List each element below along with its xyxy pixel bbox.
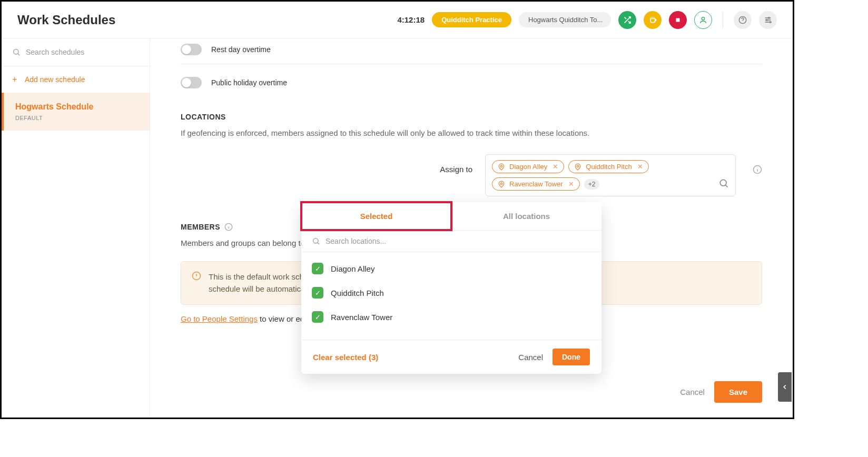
tab-all-locations[interactable]: All locations: [451, 202, 601, 230]
settings-button[interactable]: [759, 11, 777, 29]
checkbox-checked-icon[interactable]: ✓: [312, 287, 323, 299]
chip-remove-icon[interactable]: ✕: [553, 163, 558, 171]
location-icon: [498, 181, 505, 188]
checkbox-checked-icon[interactable]: ✓: [312, 311, 323, 323]
assign-row: Assign to Diagon Alley ✕ Quidditch Pitch…: [181, 154, 762, 196]
stop-button[interactable]: [669, 11, 687, 29]
plus-icon: +: [12, 75, 19, 84]
header-right: 4:12:18 Quidditch Practice Hogwarts Quid…: [397, 11, 777, 29]
header: Work Schedules 4:12:18 Quidditch Practic…: [2, 2, 793, 38]
svg-point-9: [500, 183, 502, 185]
checkbox-checked-icon[interactable]: ✓: [312, 263, 323, 274]
search-icon: [312, 237, 320, 245]
sidebar: Search schedules + Add new schedule Hogw…: [2, 38, 150, 418]
banner-text: This is the default work sched schedule …: [209, 271, 313, 295]
list-item[interactable]: ✓ Diagon Alley: [309, 256, 594, 281]
side-collapse-tab[interactable]: [778, 372, 792, 402]
coffee-icon: [648, 16, 657, 24]
add-schedule-link[interactable]: + Add new schedule: [2, 66, 150, 93]
svg-point-3: [768, 17, 770, 18]
tab-selected[interactable]: Selected: [301, 202, 451, 230]
main: Rest day overtime Public holiday overtim…: [150, 38, 793, 418]
svg-point-4: [766, 19, 768, 21]
location-icon: [498, 163, 505, 171]
help-button[interactable]: [734, 11, 752, 29]
sidebar-item-hogwarts[interactable]: Hogwarts Schedule DEFAULT: [2, 93, 150, 131]
svg-point-7: [500, 165, 502, 167]
clear-selected-button[interactable]: Clear selected (3): [313, 353, 378, 362]
svg-point-6: [14, 49, 18, 54]
toggle-rest-day[interactable]: [181, 44, 202, 55]
dropdown-list: ✓ Diagon Alley ✓ Quidditch Pitch ✓ Raven…: [301, 252, 601, 340]
coffee-button[interactable]: [644, 11, 662, 29]
user-button[interactable]: [694, 11, 712, 29]
list-item[interactable]: ✓ Quidditch Pitch: [309, 281, 594, 305]
stop-icon: [675, 17, 681, 23]
svg-point-14: [313, 239, 318, 243]
alert-icon: [192, 271, 201, 295]
cancel-button[interactable]: Cancel: [680, 388, 705, 396]
assign-label: Assign to: [430, 154, 472, 174]
add-schedule-label: Add new schedule: [25, 75, 85, 84]
shuffle-button[interactable]: [618, 11, 636, 29]
user-icon: [699, 16, 707, 24]
toggle-public-holiday-label: Public holiday overtime: [211, 78, 287, 87]
people-settings-link[interactable]: Go to People Settings: [181, 314, 258, 323]
members-heading: MEMBERS: [181, 223, 220, 231]
divider: [723, 12, 723, 28]
assign-input[interactable]: Diagon Alley ✕ Quidditch Pitch ✕ Ravencl…: [485, 154, 736, 196]
location-icon: [574, 163, 581, 171]
info-icon[interactable]: [753, 165, 762, 174]
dropdown-tabs: Selected All locations: [301, 202, 601, 231]
help-icon: [738, 16, 747, 24]
svg-point-1: [702, 17, 704, 19]
shuffle-icon: [623, 16, 632, 24]
page-title: Work Schedules: [17, 13, 115, 27]
info-icon[interactable]: [224, 223, 233, 231]
dropdown-search[interactable]: Search locations...: [301, 231, 601, 252]
toggle-rest-day-label: Rest day overtime: [211, 45, 271, 54]
save-button[interactable]: Save: [714, 381, 762, 403]
list-item[interactable]: ✓ Ravenclaw Tower: [309, 305, 594, 329]
sidebar-search[interactable]: Search schedules: [2, 38, 150, 66]
chip-diagon-alley[interactable]: Diagon Alley ✕: [492, 160, 564, 173]
project-pill[interactable]: Hogwarts Quidditch To...: [519, 12, 611, 27]
svg-point-8: [577, 165, 579, 167]
schedule-tag: DEFAULT: [15, 115, 138, 121]
toggle-public-holiday[interactable]: [181, 77, 202, 88]
chip-ravenclaw-tower[interactable]: Ravenclaw Tower ✕: [492, 177, 580, 191]
assign-search-icon[interactable]: [718, 178, 729, 190]
svg-point-10: [720, 180, 726, 186]
svg-rect-0: [676, 18, 680, 22]
activity-pill[interactable]: Quidditch Practice: [432, 12, 511, 27]
search-icon: [12, 48, 21, 56]
toggle-rest-day-row: Rest day overtime: [181, 38, 762, 64]
timer: 4:12:18: [397, 15, 425, 24]
dropdown-search-placeholder: Search locations...: [326, 237, 386, 245]
toggle-public-holiday-row: Public holiday overtime: [181, 64, 762, 97]
schedule-name: Hogwarts Schedule: [15, 102, 138, 112]
sliders-icon: [764, 16, 772, 24]
chevron-left-icon: [781, 383, 788, 391]
locations-dropdown: Selected All locations Search locations.…: [301, 202, 601, 374]
search-icon: [718, 178, 729, 188]
dropdown-footer: Clear selected (3) Cancel Done: [301, 340, 601, 374]
chip-remove-icon[interactable]: ✕: [637, 163, 643, 171]
sidebar-search-placeholder: Search schedules: [26, 48, 84, 56]
locations-description: If geofencing is enforced, members assig…: [181, 128, 762, 137]
chip-more[interactable]: +2: [584, 179, 600, 190]
chip-remove-icon[interactable]: ✕: [568, 180, 574, 188]
svg-point-5: [770, 21, 771, 23]
footer-buttons: Cancel Save: [680, 381, 762, 403]
chip-quidditch-pitch[interactable]: Quidditch Pitch ✕: [568, 160, 648, 173]
dropdown-cancel-button[interactable]: Cancel: [518, 353, 543, 362]
dropdown-done-button[interactable]: Done: [553, 349, 590, 365]
locations-heading: LOCATIONS: [181, 113, 762, 121]
